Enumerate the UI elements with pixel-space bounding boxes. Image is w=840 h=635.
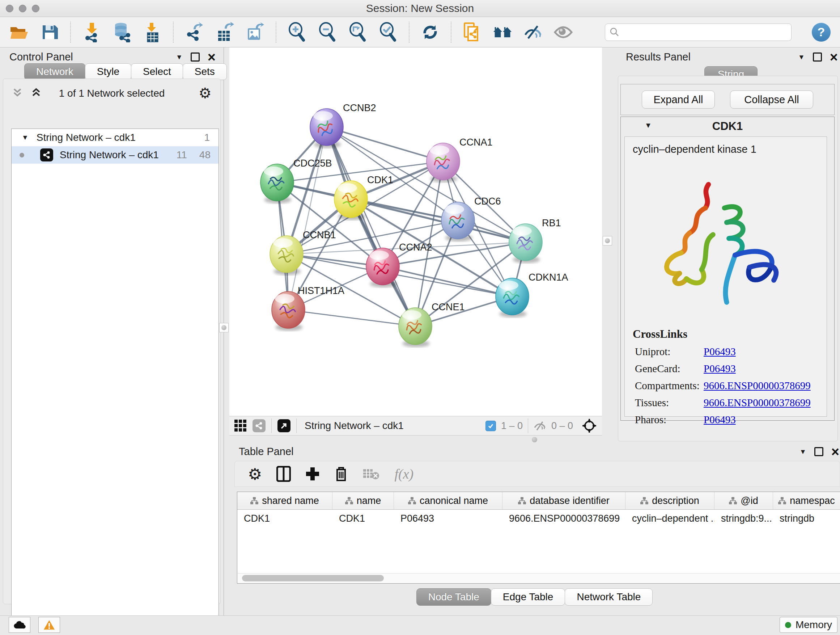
memory-button[interactable]: Memory xyxy=(780,617,837,633)
crosslink-link[interactable]: 9606.ENSP00000378699 xyxy=(704,397,811,409)
tab-sets[interactable]: Sets xyxy=(183,63,227,80)
zoom-out-icon[interactable] xyxy=(317,22,337,42)
node-CCNE1[interactable]: CCNE1 xyxy=(399,302,465,347)
column-header-name[interactable]: name xyxy=(332,492,394,509)
node-HIST1H1A[interactable]: HIST1H1A xyxy=(272,285,344,331)
column-header-shared-name[interactable]: shared name xyxy=(237,492,332,509)
grid-view-icon[interactable] xyxy=(234,420,247,432)
export-network-icon[interactable] xyxy=(185,22,204,42)
panel-float-icon[interactable] xyxy=(191,52,200,62)
cloud-button[interactable] xyxy=(9,617,30,633)
horizontal-scrollbar[interactable] xyxy=(238,573,840,583)
tab-select[interactable]: Select xyxy=(131,63,183,80)
cell--id[interactable]: stringdb:9... xyxy=(714,510,773,527)
table-row[interactable]: CDK1CDK1P064939606.ENSP00000378699cyclin… xyxy=(237,510,840,527)
panel-close-icon[interactable]: × xyxy=(831,448,839,456)
tab-network-table[interactable]: Network Table xyxy=(565,588,653,606)
panel-menu-caret-icon[interactable]: ▼ xyxy=(798,53,805,61)
zoom-fit-icon[interactable] xyxy=(348,22,368,42)
function-builder-icon[interactable]: f(x) xyxy=(394,466,414,482)
tab-edge-table[interactable]: Edge Table xyxy=(491,588,565,606)
column-header--id[interactable]: @id xyxy=(714,492,773,509)
edge-CCNA2-CDKN1A[interactable] xyxy=(383,266,512,296)
table-gear-icon[interactable]: ⚙ xyxy=(248,465,262,483)
crosslink-link[interactable]: P06493 xyxy=(704,346,736,358)
node-CDK1[interactable]: CDK1 xyxy=(334,174,393,220)
search-box[interactable] xyxy=(605,24,791,41)
edge-CCNB2-HIST1H1A[interactable] xyxy=(288,127,327,310)
export-image-icon[interactable] xyxy=(245,22,265,42)
bottom-splitter-handle[interactable] xyxy=(532,437,537,442)
panel-close-icon[interactable]: × xyxy=(208,53,216,61)
crosslink-link[interactable]: P06493 xyxy=(704,414,736,426)
node-table[interactable]: shared namenamecanonical namedatabase id… xyxy=(237,492,840,584)
expand-all-button[interactable]: Expand All xyxy=(642,90,715,109)
edge-CCNB2-CCNE1[interactable] xyxy=(327,127,415,326)
cell-database-identifier[interactable]: 9606.ENSP00000378699 xyxy=(502,510,625,527)
minimize-window-icon[interactable] xyxy=(19,5,27,12)
node-CDKN1A[interactable]: CDKN1A xyxy=(496,272,568,318)
node-CDC25B[interactable]: CDC25B xyxy=(261,158,332,203)
network-collection-row[interactable]: ▼ String Network – cdk1 1 xyxy=(11,129,218,146)
collapse-all-button[interactable]: Collapse All xyxy=(730,90,813,109)
panel-menu-caret-icon[interactable]: ▼ xyxy=(799,448,806,456)
duplicate-network-icon[interactable] xyxy=(462,22,482,42)
cell-name[interactable]: CDK1 xyxy=(332,510,394,527)
import-table-icon[interactable] xyxy=(142,22,162,42)
share-view-icon[interactable] xyxy=(253,419,265,432)
panel-float-icon[interactable] xyxy=(813,52,822,62)
show-eye-icon[interactable] xyxy=(554,22,573,42)
tab-style[interactable]: Style xyxy=(85,63,131,80)
column-header-namespac[interactable]: namespac xyxy=(773,492,840,509)
edge-CCNB2-CCNA1[interactable] xyxy=(327,127,443,162)
zoom-window-icon[interactable] xyxy=(32,5,39,12)
selected-checkbox-icon[interactable] xyxy=(485,421,496,431)
left-splitter-handle[interactable] xyxy=(219,323,229,333)
network-view-canvas[interactable]: CCNB2CCNA1CDC25BCDK1CDC6RB1CCNB1CCNA2CDK… xyxy=(229,48,602,416)
save-session-icon[interactable] xyxy=(40,22,59,42)
gear-icon[interactable]: ⚙ xyxy=(199,85,212,101)
close-window-icon[interactable] xyxy=(6,5,13,12)
import-network-icon[interactable] xyxy=(82,22,101,42)
cell-canonical-name[interactable]: P06493 xyxy=(394,510,502,527)
tree-expand-icon[interactable]: ▼ xyxy=(22,134,28,141)
hidden-eye-icon[interactable] xyxy=(533,420,546,431)
string-home-icon[interactable] xyxy=(493,22,512,42)
column-header-canonical-name[interactable]: canonical name xyxy=(394,492,502,509)
search-input[interactable] xyxy=(622,26,787,38)
split-columns-icon[interactable] xyxy=(276,466,291,482)
cell-description[interactable]: cyclin–dependent ... xyxy=(625,510,714,527)
delete-column-icon[interactable] xyxy=(334,466,348,482)
birdseye-view-icon[interactable] xyxy=(278,419,291,432)
column-header-description[interactable]: description xyxy=(625,492,714,509)
crosslink-link[interactable]: P06493 xyxy=(704,363,736,375)
cell-shared-name[interactable]: CDK1 xyxy=(237,510,332,527)
tab-node-table[interactable]: Node Table xyxy=(416,588,491,606)
network-row-selected[interactable]: String Network – cdk1 11 48 xyxy=(11,146,218,164)
node-CCNB2[interactable]: CCNB2 xyxy=(310,103,376,148)
delete-table-icon[interactable] xyxy=(363,468,380,480)
zoom-in-icon[interactable] xyxy=(287,22,307,42)
node-CCNA1[interactable]: CCNA1 xyxy=(426,137,493,182)
node-RB1[interactable]: RB1 xyxy=(509,218,561,263)
refresh-icon[interactable] xyxy=(420,22,440,42)
crosshair-icon[interactable] xyxy=(582,418,597,433)
right-splitter-handle[interactable] xyxy=(603,236,612,245)
open-session-icon[interactable] xyxy=(9,22,29,42)
panel-menu-caret-icon[interactable]: ▼ xyxy=(176,53,183,61)
cell-namespac[interactable]: stringdb xyxy=(773,510,840,527)
add-column-icon[interactable] xyxy=(305,467,320,481)
scrollbar-thumb[interactable] xyxy=(242,575,384,581)
help-button[interactable]: ? xyxy=(812,23,831,42)
export-table-icon[interactable] xyxy=(215,22,234,42)
crosslink-link[interactable]: 9606.ENSP00000378699 xyxy=(704,380,811,392)
panel-close-icon[interactable]: × xyxy=(830,53,838,61)
import-database-icon[interactable] xyxy=(112,22,132,42)
network-graph[interactable]: CCNB2CCNA1CDC25BCDK1CDC6RB1CCNB1CCNA2CDK… xyxy=(229,48,602,416)
column-header-database-identifier[interactable]: database identifier xyxy=(502,492,625,509)
edge-HIST1H1A-CCNE1[interactable] xyxy=(288,310,415,326)
zoom-selected-icon[interactable] xyxy=(378,22,398,42)
hide-eye-icon[interactable] xyxy=(523,22,543,42)
warning-button[interactable] xyxy=(38,617,60,633)
tab-network[interactable]: Network xyxy=(24,63,85,80)
